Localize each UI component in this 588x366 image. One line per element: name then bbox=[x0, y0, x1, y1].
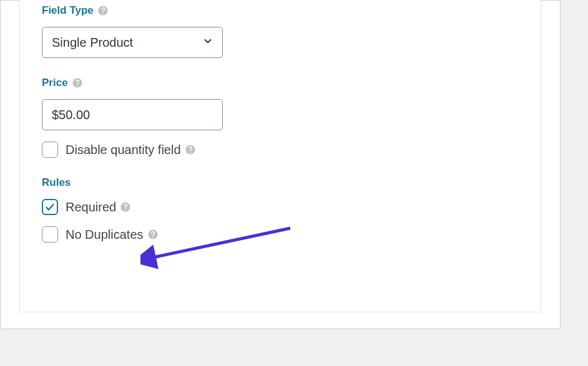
field-type-label: Field Type bbox=[42, 4, 519, 17]
disable-quantity-row: Disable quantity field bbox=[42, 142, 519, 158]
required-row: Required bbox=[42, 199, 519, 215]
disable-quantity-label: Disable quantity field bbox=[66, 143, 196, 157]
settings-inner-panel: Field Type Single Product Price Disable … bbox=[19, 0, 541, 312]
required-label: Required bbox=[66, 200, 131, 214]
no-duplicates-checkbox[interactable] bbox=[42, 226, 58, 243]
help-icon[interactable] bbox=[72, 77, 83, 89]
price-label-text: Price bbox=[42, 77, 68, 89]
disable-quantity-label-text: Disable quantity field bbox=[66, 143, 181, 157]
price-label: Price bbox=[42, 77, 519, 89]
settings-outer-panel: Field Type Single Product Price Disable … bbox=[0, 0, 561, 329]
rules-label: Rules bbox=[42, 176, 519, 189]
required-checkbox[interactable] bbox=[42, 199, 58, 215]
no-duplicates-label-text: No Duplicates bbox=[66, 228, 144, 242]
disable-quantity-checkbox[interactable] bbox=[42, 142, 58, 158]
rules-label-text: Rules bbox=[42, 176, 71, 189]
help-icon[interactable] bbox=[185, 144, 196, 155]
help-icon[interactable] bbox=[147, 229, 159, 240]
no-duplicates-label: No Duplicates bbox=[66, 228, 159, 242]
help-icon[interactable] bbox=[120, 201, 131, 213]
price-input[interactable] bbox=[42, 99, 223, 130]
field-type-select[interactable]: Single Product bbox=[42, 27, 223, 58]
required-label-text: Required bbox=[66, 200, 116, 214]
no-duplicates-row: No Duplicates bbox=[42, 226, 519, 243]
field-type-select-wrap: Single Product bbox=[42, 27, 223, 58]
help-icon[interactable] bbox=[97, 5, 109, 16]
field-type-label-text: Field Type bbox=[42, 4, 94, 17]
